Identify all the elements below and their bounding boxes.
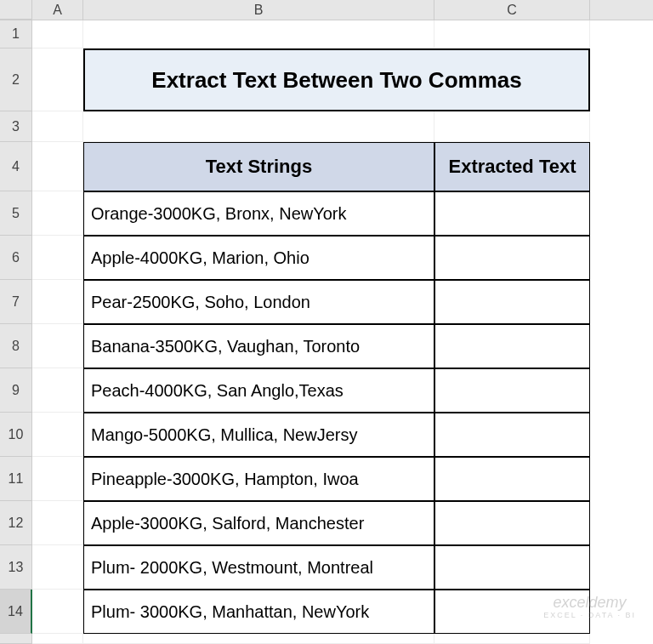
cell-C15[interactable] xyxy=(434,634,590,644)
cell-B7[interactable]: Pear-2500KG, Soho, London xyxy=(83,280,434,324)
select-all-corner[interactable] xyxy=(0,0,32,20)
cell-C3[interactable] xyxy=(434,111,590,142)
row-header-10[interactable]: 10 xyxy=(0,413,32,457)
cell-C1[interactable] xyxy=(434,20,590,48)
cell-A14[interactable] xyxy=(32,590,83,634)
column-headers-row: A B C xyxy=(0,0,653,20)
cell-C12[interactable] xyxy=(434,501,590,545)
cell-B10[interactable]: Mango-5000KG, Mullica, NewJersy xyxy=(83,413,434,457)
row-header-13[interactable]: 13 xyxy=(0,545,32,590)
cell-B13[interactable]: Plum- 2000KG, Westmount, Montreal xyxy=(83,545,434,590)
row-header-7[interactable]: 7 xyxy=(0,280,32,324)
cell-C7[interactable] xyxy=(434,280,590,324)
cell-A2[interactable] xyxy=(32,48,83,111)
cell-A8[interactable] xyxy=(32,324,83,368)
col-header-C[interactable]: C xyxy=(434,0,590,20)
cell-B14[interactable]: Plum- 3000KG, Manhattan, NewYork xyxy=(83,590,434,634)
cell-B12[interactable]: Apple-3000KG, Salford, Manchester xyxy=(83,501,434,545)
row-header-14[interactable]: 14 xyxy=(0,590,32,634)
table-header-text-strings[interactable]: Text Strings xyxy=(83,142,434,191)
row-header-15[interactable] xyxy=(0,634,32,644)
cell-C10[interactable] xyxy=(434,413,590,457)
cell-A4[interactable] xyxy=(32,142,83,191)
row-header-12[interactable]: 12 xyxy=(0,501,32,545)
cell-C14[interactable] xyxy=(434,590,590,634)
cell-A13[interactable] xyxy=(32,545,83,590)
col-header-A[interactable]: A xyxy=(32,0,83,20)
title-cell[interactable]: Extract Text Between Two Commas xyxy=(83,48,590,111)
cell-A15[interactable] xyxy=(32,634,83,644)
row-headers: 1 2 3 4 5 6 7 8 9 10 11 12 13 14 xyxy=(0,20,32,644)
cell-B6[interactable]: Apple-4000KG, Marion, Ohio xyxy=(83,236,434,280)
cell-A7[interactable] xyxy=(32,280,83,324)
cell-B9[interactable]: Peach-4000KG, San Anglo,Texas xyxy=(83,368,434,413)
cell-C5[interactable] xyxy=(434,191,590,236)
cell-C9[interactable] xyxy=(434,368,590,413)
row-header-2[interactable]: 2 xyxy=(0,48,32,111)
spreadsheet: A B C 1 2 3 4 5 6 7 8 9 10 11 12 13 14 xyxy=(0,0,653,644)
cells-grid: Extract Text Between Two Commas Text Str… xyxy=(32,20,653,644)
cell-B3[interactable] xyxy=(83,111,434,142)
row-header-11[interactable]: 11 xyxy=(0,457,32,501)
cell-C6[interactable] xyxy=(434,236,590,280)
row-header-8[interactable]: 8 xyxy=(0,324,32,368)
cell-B15[interactable] xyxy=(83,634,434,644)
cell-A1[interactable] xyxy=(32,20,83,48)
row-header-4[interactable]: 4 xyxy=(0,142,32,191)
table-header-extracted[interactable]: Extracted Text xyxy=(434,142,590,191)
cell-C11[interactable] xyxy=(434,457,590,501)
cell-B8[interactable]: Banana-3500KG, Vaughan, Toronto xyxy=(83,324,434,368)
col-header-B[interactable]: B xyxy=(83,0,434,20)
cell-C13[interactable] xyxy=(434,545,590,590)
row-header-5[interactable]: 5 xyxy=(0,191,32,236)
cell-A6[interactable] xyxy=(32,236,83,280)
cell-A3[interactable] xyxy=(32,111,83,142)
row-header-3[interactable]: 3 xyxy=(0,111,32,142)
cell-A10[interactable] xyxy=(32,413,83,457)
row-header-1[interactable]: 1 xyxy=(0,20,32,48)
row-header-9[interactable]: 9 xyxy=(0,368,32,413)
cell-A12[interactable] xyxy=(32,501,83,545)
cell-B1[interactable] xyxy=(83,20,434,48)
cell-C8[interactable] xyxy=(434,324,590,368)
cell-B11[interactable]: Pineapple-3000KG, Hampton, Iwoa xyxy=(83,457,434,501)
cell-A5[interactable] xyxy=(32,191,83,236)
cell-A9[interactable] xyxy=(32,368,83,413)
cell-B5[interactable]: Orange-3000KG, Bronx, NewYork xyxy=(83,191,434,236)
cell-A11[interactable] xyxy=(32,457,83,501)
row-header-6[interactable]: 6 xyxy=(0,236,32,280)
